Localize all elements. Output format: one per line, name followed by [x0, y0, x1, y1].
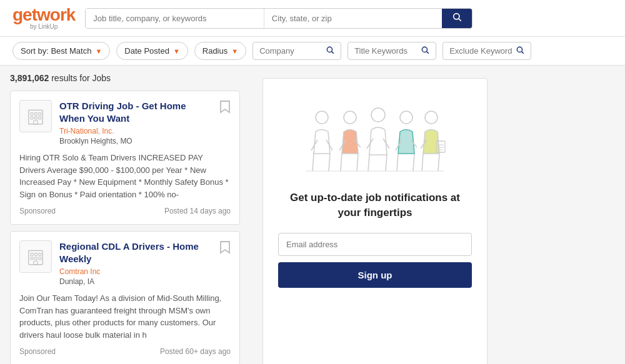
svg-line-36	[368, 155, 369, 171]
sponsored-label-2: Sponsored	[19, 347, 56, 356]
signup-button[interactable]: Sign up	[278, 262, 472, 288]
main-content: 3,891,062 results for Jobs	[0, 66, 625, 364]
svg-line-41	[397, 154, 398, 171]
job-icon-1	[19, 100, 52, 132]
results-count: 3,891,062 results for Jobs	[10, 73, 240, 83]
logo-w: w	[37, 5, 50, 24]
job-description-2: Join Our Team Today! As a division of Mi…	[19, 292, 231, 341]
job-location-2: Dunlap, IA	[59, 277, 212, 286]
svg-point-30	[344, 111, 356, 124]
building-icon-2	[26, 247, 46, 267]
date-posted-label: Date Posted	[124, 46, 169, 56]
building-icon	[26, 106, 46, 126]
job-info-2: Regional CDL A Drivers - Home Weekly Com…	[59, 240, 212, 286]
svg-line-27	[329, 154, 330, 171]
svg-line-5	[427, 52, 429, 54]
job-footer-1: Sponsored Posted 14 days ago	[19, 207, 231, 215]
svg-point-0	[454, 14, 459, 19]
job-icon-2	[19, 240, 52, 273]
job-title-2[interactable]: Regional CDL A Drivers - Home Weekly	[59, 240, 212, 265]
svg-point-25	[316, 111, 328, 124]
exclude-keywords-filter	[442, 42, 531, 60]
location-search-input[interactable]	[264, 9, 442, 28]
svg-point-4	[422, 47, 427, 52]
people-illustration	[294, 97, 456, 179]
results-number: 3,891,062	[10, 73, 49, 83]
svg-rect-22	[39, 257, 41, 260]
job-card-top-2: Regional CDL A Drivers - Home Weekly Com…	[19, 240, 231, 286]
svg-rect-21	[34, 257, 37, 260]
svg-point-35	[371, 108, 385, 122]
svg-line-46	[422, 154, 423, 171]
svg-line-47	[438, 154, 439, 171]
job-location-1: Brooklyn Heights, MO	[59, 137, 212, 145]
date-posted-filter[interactable]: Date Posted ▼	[116, 42, 188, 60]
logo: getwork by LinkUp	[12, 6, 75, 30]
exclude-keywords-input[interactable]	[449, 46, 512, 56]
svg-rect-11	[39, 112, 41, 115]
sponsored-label-1: Sponsored	[19, 207, 56, 215]
job-footer-2: Sponsored Posted 60+ days ago	[19, 347, 231, 356]
svg-rect-19	[39, 253, 41, 255]
search-icon	[452, 12, 462, 22]
svg-line-32	[357, 154, 358, 171]
signup-title: Get up-to-date job notifications at your…	[278, 190, 472, 220]
sort-label: Sort by: Best Match	[21, 46, 91, 56]
company-filter	[252, 42, 341, 60]
bookmark-button-1[interactable]	[219, 100, 231, 117]
job-search-input[interactable]	[86, 9, 264, 28]
svg-line-26	[312, 154, 314, 171]
search-button[interactable]	[442, 9, 472, 28]
svg-point-6	[517, 47, 522, 52]
results-panel: 3,891,062 results for Jobs	[0, 66, 250, 364]
title-keywords-input[interactable]	[354, 46, 417, 56]
radius-filter[interactable]: Radius ▼	[194, 42, 246, 60]
svg-line-37	[386, 155, 387, 171]
signup-illustration	[278, 97, 472, 180]
svg-line-1	[459, 19, 461, 21]
results-label: results for Jobs	[51, 73, 111, 83]
job-card-2: Regional CDL A Drivers - Home Weekly Com…	[10, 231, 240, 364]
company-input[interactable]	[259, 46, 322, 56]
svg-rect-12	[31, 117, 33, 119]
title-search-icon[interactable]	[421, 46, 429, 56]
svg-rect-23	[34, 261, 38, 265]
logo-ork: ork	[50, 5, 76, 24]
job-company-1: Tri-National, Inc.	[59, 127, 212, 135]
sort-arrow-icon: ▼	[95, 47, 102, 55]
title-keywords-filter	[348, 42, 436, 60]
radius-arrow-icon: ▼	[231, 47, 238, 55]
job-card-top-1: OTR Driving Job - Get Home When You Want…	[19, 100, 231, 145]
bookmark-icon-1	[219, 100, 231, 114]
svg-line-31	[341, 154, 342, 171]
svg-rect-18	[34, 253, 37, 255]
date-arrow-icon: ▼	[173, 47, 180, 55]
posted-date-1: Posted 14 days ago	[164, 207, 231, 215]
job-title-1[interactable]: OTR Driving Job - Get Home When You Want	[59, 100, 212, 124]
bookmark-button-2[interactable]	[219, 240, 231, 257]
logo-get: get	[12, 5, 37, 24]
radius-label: Radius	[202, 46, 228, 56]
right-panel: Get up-to-date job notifications at your…	[250, 66, 625, 364]
sort-filter[interactable]: Sort by: Best Match ▼	[12, 42, 110, 60]
exclude-search-icon[interactable]	[516, 46, 524, 56]
svg-point-45	[425, 111, 438, 124]
job-info-1: OTR Driving Job - Get Home When You Want…	[59, 100, 212, 145]
job-description-1: Hiring OTR Solo & Team Drivers INCREASED…	[19, 152, 231, 200]
search-bar	[85, 8, 472, 29]
signup-card: Get up-to-date job notifications at your…	[262, 78, 488, 364]
svg-rect-20	[31, 257, 33, 260]
signup-email-input[interactable]	[278, 233, 472, 256]
svg-line-42	[413, 154, 414, 171]
filter-bar: Sort by: Best Match ▼ Date Posted ▼ Radi…	[0, 37, 625, 66]
svg-rect-17	[31, 253, 33, 255]
svg-rect-13	[34, 117, 37, 119]
svg-point-40	[400, 111, 412, 124]
svg-line-3	[332, 52, 334, 54]
svg-rect-9	[31, 112, 33, 115]
logo-text: getwork	[12, 6, 75, 24]
company-search-icon[interactable]	[326, 46, 334, 56]
job-company-2: Comtran Inc	[59, 267, 212, 276]
posted-date-2: Posted 60+ days ago	[160, 347, 231, 356]
bookmark-icon-2	[219, 240, 231, 254]
